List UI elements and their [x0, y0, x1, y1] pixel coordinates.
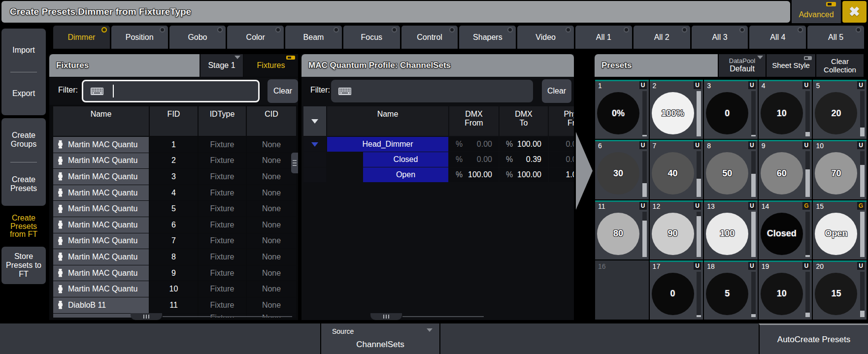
- preset-tile-17[interactable]: 17U0: [650, 260, 703, 320]
- preset-tile-12[interactable]: 12U90: [650, 200, 703, 259]
- preset-level-slider[interactable]: [805, 91, 810, 136]
- column-header-name[interactable]: Name: [53, 106, 149, 136]
- fixtures-filter-clear-button[interactable]: Clear: [267, 79, 298, 103]
- preset-tile-4[interactable]: 4U10: [759, 80, 812, 139]
- preset-level-slider[interactable]: [697, 272, 701, 317]
- fixture-row[interactable]: Martin MAC Quantu9FixtureNone: [53, 265, 298, 281]
- tab-all-2[interactable]: All 2: [634, 26, 690, 49]
- fixture-row[interactable]: Martin MAC Quantu5FixtureNone: [53, 201, 298, 217]
- fixture-row[interactable]: Martin MAC Quantu8FixtureNone: [53, 249, 298, 265]
- preset-level-slider[interactable]: [642, 212, 647, 257]
- tab-all-3[interactable]: All 3: [692, 26, 748, 49]
- tab-all-5[interactable]: All 5: [807, 26, 864, 49]
- preset-tile-7[interactable]: 7U40: [650, 140, 703, 199]
- fixtures-panel-titlebar[interactable]: Fixtures: [49, 54, 200, 77]
- export-button[interactable]: Export: [1, 72, 46, 116]
- tab-gobo[interactable]: Gobo: [169, 26, 226, 49]
- tab-dimmer[interactable]: Dimmer: [53, 26, 110, 49]
- store-presets-to-ft-button[interactable]: Store Presets to FT: [1, 247, 46, 284]
- presets-panel-titlebar[interactable]: Presets: [595, 54, 718, 77]
- preset-tile-13[interactable]: 13U100: [704, 200, 758, 259]
- vertical-scrollbar-handle[interactable]: [291, 153, 298, 173]
- fixture-row[interactable]: DiabloB 1111FixtureNone: [53, 297, 298, 313]
- horizontal-scrollbar-track[interactable]: [163, 316, 292, 317]
- preset-level-slider[interactable]: [860, 272, 865, 317]
- column-header-fid[interactable]: FID: [150, 106, 198, 136]
- preset-level-slider[interactable]: [751, 212, 756, 257]
- channelset-row[interactable]: Open%100.00%100.001.00: [303, 167, 574, 182]
- sheet-style-button[interactable]: Sheet Style: [767, 54, 815, 77]
- channelsets-panel-titlebar[interactable]: MAC Quantum Profile: ChannelSets: [301, 54, 574, 77]
- preset-tile-10[interactable]: 10U70: [813, 140, 867, 199]
- fixtures-filter-input[interactable]: [82, 80, 260, 102]
- preset-level-slider[interactable]: [860, 151, 865, 196]
- tab-color[interactable]: Color: [227, 26, 284, 49]
- clear-collection-button[interactable]: Clear Collection: [816, 54, 864, 77]
- preset-tile-8[interactable]: 8U50: [704, 140, 758, 199]
- tab-video[interactable]: Video: [517, 26, 574, 49]
- preset-tile-19[interactable]: 19U10: [759, 260, 812, 320]
- tab-shapers[interactable]: Shapers: [459, 26, 516, 49]
- fixture-row[interactable]: Martin MAC Quantu10FixtureNone: [53, 281, 298, 297]
- tab-fixtures[interactable]: Fixtures: [244, 54, 298, 77]
- preset-level-slider[interactable]: [805, 272, 810, 317]
- tab-focus[interactable]: Focus: [343, 26, 400, 49]
- close-button[interactable]: ✖: [842, 1, 867, 23]
- preset-tile-1[interactable]: 1U0%: [595, 80, 649, 139]
- fixture-row[interactable]: Martin MAC Quantu1FixtureNone: [53, 137, 298, 153]
- window-titlebar[interactable]: Create Presets.Dimmer from FixtureType: [1, 1, 790, 23]
- channelsets-filter-input[interactable]: [331, 80, 533, 102]
- preset-level-slider[interactable]: [805, 151, 810, 196]
- column-header-idtype[interactable]: IDType: [199, 106, 246, 136]
- preset-tile-6[interactable]: 6U30: [595, 140, 649, 199]
- horizontal-scrollbar-handle[interactable]: [131, 313, 162, 320]
- preset-level-slider[interactable]: [860, 91, 865, 136]
- preset-level-slider[interactable]: [697, 151, 701, 196]
- expand-all-header[interactable]: [303, 106, 326, 136]
- fixture-row[interactable]: Martin MAC Quantu2FixtureNone: [53, 153, 298, 169]
- preset-level-slider[interactable]: [751, 151, 756, 196]
- preset-tile-20[interactable]: 20U15: [813, 260, 867, 320]
- preset-tile-15[interactable]: 15GOpen: [813, 200, 867, 259]
- preset-tile-9[interactable]: 9U60: [759, 140, 812, 199]
- advanced-toggle-button[interactable]: Advanced: [792, 0, 841, 23]
- fixture-row[interactable]: Martin MAC Quantu6FixtureNone: [53, 217, 298, 233]
- preset-tile-11[interactable]: 11U80: [595, 200, 649, 259]
- tab-control[interactable]: Control: [401, 26, 458, 49]
- preset-level-slider[interactable]: [751, 91, 756, 136]
- column-header-dmx-to[interactable]: DMX To: [500, 106, 548, 136]
- column-header-phys-from[interactable]: Physi Fro: [549, 106, 574, 136]
- preset-level-slider[interactable]: [697, 212, 701, 257]
- horizontal-scrollbar-handle[interactable]: [370, 313, 402, 320]
- preset-level-slider[interactable]: [860, 212, 865, 257]
- import-button[interactable]: Import: [1, 29, 46, 72]
- tab-all-4[interactable]: All 4: [749, 26, 806, 49]
- fixture-row[interactable]: Martin MAC Quantu3FixtureNone: [53, 169, 298, 185]
- column-header-cid[interactable]: CID: [247, 106, 296, 136]
- preset-level-slider[interactable]: [805, 212, 810, 257]
- tab-all-1[interactable]: All 1: [575, 26, 632, 49]
- expand-toggle[interactable]: [303, 137, 326, 152]
- channelsets-filter-clear-button[interactable]: Clear: [542, 79, 571, 103]
- column-header-name[interactable]: Name: [327, 106, 448, 136]
- fixture-row[interactable]: Martin MAC Quantu4FixtureNone: [53, 185, 298, 201]
- tab-beam[interactable]: Beam: [285, 26, 342, 49]
- horizontal-scrollbar-track[interactable]: [402, 316, 484, 317]
- channelset-row[interactable]: Closed%0.00%0.390.00: [303, 152, 574, 167]
- tab-position[interactable]: Position: [111, 26, 168, 49]
- create-presets-from-ft-button[interactable]: Create Presets from FT: [1, 214, 46, 239]
- column-header-dmx-from[interactable]: DMX From: [449, 106, 499, 136]
- preset-level-slider[interactable]: [751, 272, 756, 317]
- preset-tile-14[interactable]: 14GClosed: [759, 200, 812, 259]
- preset-tile-18[interactable]: 18U5: [704, 260, 758, 320]
- preset-tile-16[interactable]: 16: [595, 260, 649, 320]
- preset-level-slider[interactable]: [697, 91, 701, 136]
- tab-stage-1[interactable]: Stage 1: [200, 54, 243, 77]
- preset-level-slider[interactable]: [642, 91, 647, 136]
- autocreate-presets-button[interactable]: AutoCreate Presets: [759, 323, 868, 354]
- preset-tile-2[interactable]: 2U100%: [650, 80, 703, 139]
- preset-tile-5[interactable]: 5U20: [813, 80, 867, 139]
- preset-tile-3[interactable]: 3U0: [704, 80, 758, 139]
- create-presets-button[interactable]: Create Presets: [1, 162, 46, 206]
- source-dropdown[interactable]: Source ChannelSets: [320, 323, 440, 354]
